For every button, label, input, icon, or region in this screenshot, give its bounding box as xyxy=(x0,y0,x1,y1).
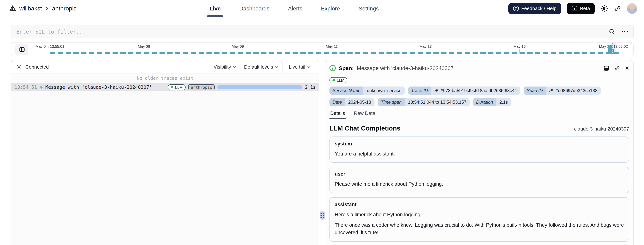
tab-raw-data[interactable]: Raw Data xyxy=(353,110,376,119)
message-role: assistant xyxy=(335,202,624,207)
timeline-label: May 04, 13:55:01 xyxy=(36,44,64,49)
app-window: willbakst anthropic Live Dashboards Aler… xyxy=(0,0,644,245)
beta-button[interactable]: i Beta xyxy=(567,3,595,14)
tab-dashboards[interactable]: Dashboards xyxy=(237,0,272,17)
span-header-label: Span: xyxy=(339,65,354,71)
breadcrumb-project[interactable]: anthropic xyxy=(52,5,76,12)
attribute-value: 2.1s xyxy=(496,98,511,106)
tab-settings[interactable]: Settings xyxy=(356,0,381,17)
info-circle-icon: i xyxy=(572,6,578,11)
gear-icon[interactable] xyxy=(16,64,22,70)
trace-id-attribute[interactable]: Trace ID #973fba5919cf9c618aafdb2635f68c… xyxy=(408,87,520,95)
content-panels: Connected Visibility Default levels Live… xyxy=(11,60,634,245)
scope-tag-badge: anthropic xyxy=(188,84,215,90)
no-older-traces-message: No older traces exist xyxy=(11,74,319,83)
message-role: system xyxy=(335,141,624,147)
span-detail-panel: i Span: Message with 'claude-3-haiku-202… xyxy=(325,60,634,245)
more-options-icon[interactable] xyxy=(622,31,628,32)
visibility-label: Visibility xyxy=(214,64,231,70)
span-attributes-row-1: Service Name unknown_service Trace ID #9… xyxy=(330,87,629,95)
timeline-label: May 11 xyxy=(326,44,338,49)
timeline-selection-window[interactable] xyxy=(612,43,616,54)
breadcrumb-org[interactable]: willbakst xyxy=(20,5,42,12)
timeline-section: May 04, 13:55:01 May 06 May 09 May 11 Ma… xyxy=(0,38,644,56)
attribute-label: Service Name xyxy=(330,87,364,95)
message-content: There once was a coder who knew, Logging… xyxy=(335,222,624,236)
tab-alerts[interactable]: Alerts xyxy=(286,0,305,17)
timeline-label: May 06 xyxy=(138,44,150,49)
llm-tag-badge: LLM xyxy=(168,84,186,90)
breadcrumb-chevron-icon xyxy=(45,6,49,11)
span-header-title: Message with 'claude-3-haiku-20240307' xyxy=(357,65,455,71)
timeline-tick xyxy=(144,49,144,53)
tab-details[interactable]: Details xyxy=(330,110,346,119)
sql-filter-placeholder: Enter SQL to filter... xyxy=(16,29,86,35)
span-header: i Span: Message with 'claude-3-haiku-202… xyxy=(330,60,629,75)
link-icon xyxy=(549,88,554,93)
span-id-attribute[interactable]: Span ID #d08697de343ce138 xyxy=(524,87,601,95)
message-content: Please write me a limerick about Python … xyxy=(335,181,624,188)
breadcrumb: willbakst anthropic xyxy=(9,5,76,12)
llm-section-header: LLM Chat Completions claude-3-haiku-2024… xyxy=(330,125,629,132)
default-levels-dropdown[interactable]: Default levels xyxy=(240,60,282,73)
feedback-help-button[interactable]: ? Feedback / Help xyxy=(508,3,561,14)
attribute-value: 2024-05-18 xyxy=(345,98,374,106)
visibility-dropdown[interactable]: Visibility xyxy=(210,60,240,73)
share-link-button[interactable] xyxy=(614,5,621,12)
llm-tag-badge: LLM xyxy=(330,77,347,83)
attribute-label: Duration xyxy=(473,98,496,106)
timeline-tick xyxy=(238,49,238,53)
timeline-tick xyxy=(426,49,426,53)
user-avatar[interactable] xyxy=(627,3,637,14)
span-detail-tabs: Details Raw Data xyxy=(330,110,629,119)
default-levels-label: Default levels xyxy=(244,64,273,70)
live-tail-dropdown[interactable]: Live tail xyxy=(282,60,319,73)
message-card-assistant: assistant Here's a limerick about Python… xyxy=(330,197,629,241)
timeline-label: May 09 xyxy=(232,44,244,49)
timeline-label: May 13 xyxy=(420,44,432,49)
connection-status: Connected xyxy=(25,64,49,70)
green-dot-icon xyxy=(332,79,335,81)
question-circle-icon: ? xyxy=(513,6,518,11)
span-diamond-icon: ◆ xyxy=(40,85,43,90)
message-card-user: user Please write me a limerick about Py… xyxy=(330,167,629,193)
date-attribute: Date 2024-05-18 xyxy=(330,98,374,106)
span-link-icon[interactable] xyxy=(614,65,620,71)
attribute-value: #973fba5919cf9c618aafdb2635f68c44 xyxy=(440,88,517,93)
service-name-attribute: Service Name unknown_service xyxy=(330,87,405,95)
chevron-down-icon xyxy=(307,65,311,69)
span-info-icon: i xyxy=(330,65,336,71)
attribute-label: Time span xyxy=(378,98,405,106)
chevron-down-icon xyxy=(232,65,237,69)
attribute-label: Trace ID xyxy=(408,87,431,95)
duration-attribute: Duration 2.1s xyxy=(473,98,511,106)
traces-panel: Connected Visibility Default levels Live… xyxy=(11,60,320,245)
traces-panel-header: Connected Visibility Default levels Live… xyxy=(11,60,319,74)
sql-filter-input[interactable]: Enter SQL to filter... xyxy=(11,25,634,38)
theme-toggle-button[interactable] xyxy=(600,5,608,12)
timeline-axis: May 04, 13:55:01 May 06 May 09 May 11 Ma… xyxy=(11,43,633,56)
logfire-logo-icon[interactable] xyxy=(9,5,16,12)
panel-resize-handle[interactable] xyxy=(320,211,325,220)
trace-row[interactable]: 13:54:51 ◆ Message with 'claude-3-haiku-… xyxy=(11,83,319,91)
search-icon[interactable] xyxy=(608,28,615,35)
nav-actions: ? Feedback / Help i Beta xyxy=(508,3,637,14)
chevron-down-icon xyxy=(275,65,279,69)
beta-label: Beta xyxy=(580,6,590,11)
message-role: user xyxy=(335,171,624,177)
timeline-tick xyxy=(520,49,520,53)
timeline[interactable]: May 04, 13:55:01 May 06 May 09 May 11 Ma… xyxy=(11,42,634,56)
main-tabs: Live Dashboards Alerts Explore Settings xyxy=(207,0,381,17)
trace-duration-value: 2.1s xyxy=(305,85,316,90)
trace-list: No older traces exist 13:54:51 ◆ Message… xyxy=(11,74,319,245)
feedback-help-label: Feedback / Help xyxy=(521,6,556,11)
message-content: You are a helpful assistant. xyxy=(335,150,624,158)
timeline-dashed-line xyxy=(50,52,621,54)
link-icon xyxy=(434,88,439,93)
panel-bottom-icon[interactable] xyxy=(604,65,609,71)
close-icon[interactable]: × xyxy=(625,65,629,72)
trace-duration-bar xyxy=(217,85,302,89)
time-span-attribute: Time span 13:54:51.044 to 13:54:53.157 xyxy=(378,98,470,106)
tab-explore[interactable]: Explore xyxy=(319,0,342,17)
tab-live[interactable]: Live xyxy=(207,0,223,17)
